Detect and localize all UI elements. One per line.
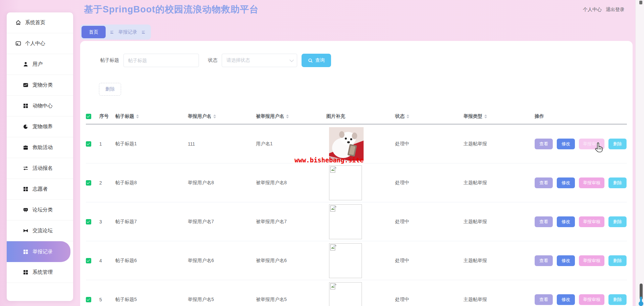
tab-report-records[interactable]: 举报记录 (118, 29, 137, 35)
sidebar-item-系统管理[interactable]: 系统管理 (7, 262, 73, 283)
broken-image-placeholder (329, 204, 362, 239)
sidebar-item-宠物分类[interactable]: 宠物分类 (7, 75, 73, 96)
sidebar-item-个人中心[interactable]: 个人中心 (7, 33, 73, 54)
tab-home[interactable]: 首页 (82, 26, 106, 38)
table-row: 3帖子标题7举报用户名7被举报用户名7处理中主题帖举报查看修改举报审核删除 (86, 202, 627, 241)
sidebar-item-志愿者[interactable]: 志愿者 (7, 179, 73, 200)
dog-photo[interactable]: www.bishebang.site (329, 127, 364, 161)
audit-button[interactable]: 举报审核 (579, 139, 604, 149)
column-header-label: 状态 (395, 113, 405, 119)
sidebar-item-label: 论坛分类 (33, 207, 53, 213)
row-index: 2 (99, 180, 115, 186)
column-header-图片补充: 图片补充 (326, 113, 395, 119)
select-all-checkbox[interactable] (86, 114, 91, 119)
del-button[interactable]: 删除 (608, 216, 627, 227)
broken-image[interactable] (329, 204, 362, 239)
filter-bar: 帖子标题 状态 请选择状态 查询 (100, 54, 633, 67)
view-button[interactable]: 查看 (535, 255, 553, 266)
row-checkbox[interactable] (86, 141, 91, 147)
row-checkbox[interactable] (86, 219, 91, 224)
del-button[interactable]: 删除 (608, 255, 627, 266)
sort-carets-icon[interactable] (286, 114, 289, 118)
row-checkbox-cell (86, 180, 99, 186)
user-icon (23, 61, 29, 67)
sidebar-item-系统首页[interactable]: 系统首页 (7, 12, 73, 33)
audit-button[interactable]: 举报审核 (579, 216, 604, 227)
view-button[interactable]: 查看 (535, 294, 553, 305)
personal-center-link[interactable]: 个人中心 (583, 7, 602, 12)
tab-list-icon[interactable] (110, 30, 114, 34)
sidebar-item-举报记录[interactable]: 举报记录 (7, 241, 70, 262)
column-header-帖子标题[interactable]: 帖子标题 (115, 113, 188, 119)
column-header-举报类型[interactable]: 举报类型 (464, 113, 535, 119)
row-index: 4 (99, 258, 115, 263)
post-title-input[interactable] (123, 54, 199, 67)
sidebar-item-label: 系统管理 (33, 269, 53, 275)
column-header-label: 帖子标题 (115, 113, 134, 119)
edit-button[interactable]: 修改 (557, 177, 575, 188)
sort-carets-icon[interactable] (136, 114, 139, 118)
column-header-被举报用户名[interactable]: 被举报用户名 (256, 113, 326, 119)
grid-icon (23, 249, 29, 255)
view-button[interactable]: 查看 (535, 216, 553, 227)
tab-list-icon[interactable] (142, 30, 146, 34)
row-checkbox[interactable] (86, 258, 91, 263)
sidebar-item-宠物领养[interactable]: 宠物领养 (7, 116, 73, 137)
reported-name: 被举报用户名6 (256, 258, 326, 264)
post-title: 帖子标题8 (115, 180, 188, 186)
sort-carets-icon[interactable] (407, 114, 409, 118)
del-button[interactable]: 删除 (608, 139, 627, 149)
row-checkbox[interactable] (86, 180, 91, 186)
sidebar-item-活动报名[interactable]: 活动报名 (7, 158, 73, 179)
image-cell (326, 165, 395, 200)
sidebar: 系统首页个人中心用户宠物分类动物中心宠物领养救助活动活动报名志愿者论坛分类交流论… (7, 12, 73, 301)
sidebar-item-救助活动[interactable]: 救助活动 (7, 137, 73, 158)
broken-image[interactable] (329, 282, 362, 306)
sidebar-item-label: 举报记录 (33, 249, 53, 255)
edit-button[interactable]: 修改 (557, 294, 575, 305)
post-title: 帖子标题1 (115, 141, 188, 147)
audit-button[interactable]: 举报审核 (579, 294, 604, 305)
batch-delete-button[interactable]: 删除 (99, 83, 121, 96)
broken-image[interactable] (329, 165, 362, 200)
del-button[interactable]: 删除 (608, 177, 627, 188)
broken-image[interactable] (329, 243, 362, 278)
report-type: 主题帖举报 (464, 141, 535, 147)
column-header-label: 举报用户名 (188, 113, 211, 119)
sort-carets-icon[interactable] (484, 114, 487, 118)
sort-carets-icon[interactable] (213, 114, 216, 118)
scrollbar-track[interactable] (635, 0, 644, 306)
column-header-label: 操作 (535, 113, 544, 119)
sidebar-item-动物中心[interactable]: 动物中心 (7, 96, 73, 116)
search-button[interactable]: 查询 (302, 54, 331, 67)
edit-button[interactable]: 修改 (557, 139, 575, 149)
column-header-举报用户名[interactable]: 举报用户名 (188, 113, 256, 119)
row-index: 1 (99, 141, 115, 147)
sidebar-item-label: 活动报名 (33, 165, 53, 171)
audit-button[interactable]: 举报审核 (579, 177, 604, 188)
page-title: 基于SpringBoot的校园流浪动物救助平台 (84, 3, 259, 15)
sidebar-item-label: 宠物领养 (33, 123, 53, 130)
edit-button[interactable]: 修改 (557, 216, 575, 227)
sidebar-item-交流论坛[interactable]: 交流论坛 (7, 220, 73, 241)
post-title: 帖子标题7 (115, 219, 188, 225)
column-header-状态[interactable]: 状态 (395, 113, 464, 119)
sidebar-item-label: 志愿者 (33, 186, 48, 192)
edit-button[interactable]: 修改 (557, 255, 575, 266)
post-title: 帖子标题5 (115, 297, 188, 303)
audit-button[interactable]: 举报审核 (579, 255, 604, 266)
sidebar-item-label: 个人中心 (25, 40, 45, 47)
sidebar-item-用户[interactable]: 用户 (7, 54, 73, 75)
row-checkbox-cell (86, 219, 99, 224)
view-button[interactable]: 查看 (535, 139, 553, 149)
reported-name: 被举报用户名5 (256, 297, 326, 303)
logout-link[interactable]: 退出登录 (606, 7, 625, 12)
sidebar-item-论坛分类[interactable]: 论坛分类 (7, 200, 73, 220)
view-button[interactable]: 查看 (535, 177, 553, 188)
actions-cell: 查看修改举报审核删除 (535, 139, 627, 149)
content-card: 帖子标题 状态 请选择状态 查询 删除 序号帖子标题举报用户名被举报用户名图片补… (80, 41, 633, 306)
del-button[interactable]: 删除 (608, 294, 627, 305)
status: 处理中 (395, 219, 464, 225)
status-select[interactable]: 请选择状态 (222, 54, 297, 67)
row-checkbox[interactable] (86, 297, 91, 302)
